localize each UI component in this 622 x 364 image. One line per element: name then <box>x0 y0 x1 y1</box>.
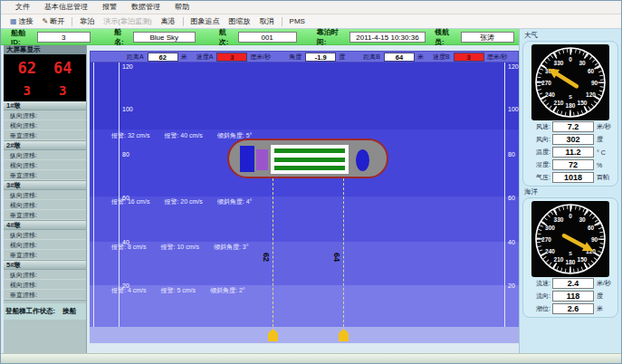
dolphin-group-4: 4#墩 纵向漂移: 横向漂移: 垂直漂移: <box>4 221 86 261</box>
menu-basic-info[interactable]: 基本信息管理 <box>37 1 95 14</box>
measure-line-b <box>343 178 344 331</box>
dolphin-group-title: 2#墩 <box>4 141 86 150</box>
wind-speed-unit: 米/秒 <box>597 122 611 131</box>
weather-panel-title: 大气 <box>524 31 618 40</box>
distance-b-label: 距离B <box>363 53 380 62</box>
lateral-drift-label: 横向漂移: <box>4 120 86 130</box>
gauge-label-30: 30 <box>579 60 586 66</box>
lateral-drift-label: 横向漂移: <box>4 240 86 250</box>
alarm-b-text: 报警: 20 cm/s <box>164 198 202 205</box>
dolphin-group-title: 1#墩 <box>4 101 86 110</box>
weather-panel: 0 30 60 90 120 150 180 210 240 270 300 3… <box>522 41 618 187</box>
ocean-panel: 0 30 60 90 120 150 180 210 240 270 300 3… <box>522 197 618 318</box>
longitudinal-drift-label: 纵向漂移: <box>4 110 86 120</box>
wind-direction-unit: 度 <box>597 135 603 144</box>
lateral-drift-label: 横向漂移: <box>4 200 86 210</box>
big-screen-display-title: 大屏幕显示 <box>4 45 86 54</box>
wind-direction-label: 风向: <box>525 135 550 144</box>
display-speed-b: 3 <box>59 83 66 98</box>
distance-b-value: 64 <box>384 53 415 62</box>
display-distance-b: 64 <box>53 59 72 77</box>
gauge-label-210: 210 <box>554 256 564 263</box>
dolphin-group-title: 5#墩 <box>4 261 86 270</box>
pilot-field[interactable]: 张涛 <box>461 32 514 43</box>
ship-id-label: 船舶ID: <box>11 28 34 46</box>
ship-name-field[interactable]: Blue Sky <box>133 32 196 43</box>
tilt-text: 倾斜角度: 4° <box>217 198 253 205</box>
current-direction-value[interactable]: 118 <box>552 291 594 302</box>
speed-a-unit: 厘米/秒 <box>250 53 271 62</box>
wind-speed-label: 风速: <box>525 122 550 131</box>
gauge-label-180: 180 <box>566 102 576 109</box>
axis-tick: 40 <box>508 239 515 246</box>
current-speed-unit: 米/秒 <box>597 279 611 288</box>
current-direction-unit: 度 <box>597 292 603 301</box>
distance-chart: 120 100 80 60 40 20 120 100 80 60 40 20 <box>90 62 519 343</box>
speed-b-label: 速度B <box>433 53 450 62</box>
tide-level-value[interactable]: 2.6 <box>552 303 594 314</box>
pressure-value[interactable]: 1018 <box>552 172 594 183</box>
ship-id-field[interactable]: 3 <box>37 32 91 43</box>
gauge-label-0: 0 <box>569 56 572 62</box>
toolbar-cancel[interactable]: 取消 <box>255 14 279 28</box>
tilt-text: 倾斜角度: 2° <box>210 287 245 293</box>
temperature-value[interactable]: 11.2 <box>552 147 594 158</box>
gauge-label-330: 330 <box>554 216 564 223</box>
alarm-band-1 <box>90 62 519 129</box>
gauge-label-210: 210 <box>554 100 564 106</box>
alarm-b-text: 报警: 40 cm/s <box>164 132 202 139</box>
cargo-stripe <box>274 158 345 162</box>
voyage-label: 航次: <box>219 27 235 47</box>
vertical-drift-label: 垂直漂移: <box>4 130 86 140</box>
voyage-field[interactable]: 001 <box>238 32 297 43</box>
cargo-stripe <box>274 148 345 153</box>
gauge-label-300: 300 <box>545 225 555 231</box>
toolbar-berth[interactable]: 靠泊 <box>75 14 99 28</box>
berth-time-label: 靠泊时间: <box>317 27 347 47</box>
gauge-label-150: 150 <box>578 256 588 263</box>
temperature-unit: ° C <box>597 149 606 156</box>
axis-tick: 80 <box>122 151 129 158</box>
berth-time-field[interactable]: 2011-4-15 10:30:36 <box>349 32 426 43</box>
menu-file[interactable]: 文件 <box>8 1 37 14</box>
gauge-label-90: 90 <box>591 236 598 243</box>
toolbar-connect-label: 连接 <box>19 14 33 28</box>
speed-b-unit: 厘米/秒 <box>487 53 508 62</box>
tide-level-label: 潮位: <box>525 304 550 313</box>
right-axis <box>504 62 505 327</box>
longitudinal-drift-label: 纵向漂移: <box>4 230 86 240</box>
axis-tick: 20 <box>508 283 515 290</box>
speed-a-value: 3 <box>216 53 247 62</box>
alarm-a-text: 报警: 8 cm/s <box>111 244 147 250</box>
menu-data[interactable]: 数据管理 <box>124 1 167 14</box>
gauge-label-240: 240 <box>545 248 555 254</box>
wind-speed-value[interactable]: 7.2 <box>552 121 594 132</box>
humidity-unit: % <box>597 162 602 168</box>
humidity-value[interactable]: 72 <box>552 159 594 170</box>
toolbar-depart[interactable]: 离港 <box>157 14 180 28</box>
toolbar-pms[interactable]: PMS <box>285 14 310 28</box>
disconnect-icon: ✎ <box>43 18 49 25</box>
wind-direction-value[interactable]: 302 <box>552 134 594 145</box>
gauge-label-90: 90 <box>591 80 598 86</box>
angle-value: -1.9 <box>305 53 336 62</box>
gauge-label-270: 270 <box>541 80 551 86</box>
alarm-threshold-line: 报警: 8 cm/s报警: 10 cm/s倾斜角度: 3° <box>111 243 263 252</box>
menu-help[interactable]: 帮助 <box>167 1 196 14</box>
axis-tick: 60 <box>508 195 515 202</box>
lateral-drift-label: 横向漂移: <box>4 160 86 170</box>
dolphin-group-1: 1#墩 纵向漂移: 横向漂移: 垂直漂移: <box>4 101 86 141</box>
ship-graphic <box>227 139 388 178</box>
angle-unit: 度 <box>339 53 345 62</box>
gauge-label-60: 60 <box>588 68 595 74</box>
toolbar-disconnect[interactable]: ✎ 断开 <box>38 14 70 28</box>
wind-direction-gauge: 0 30 60 90 120 150 180 210 240 270 300 3… <box>531 44 609 120</box>
environment-panel: 大气 0 30 60 90 120 150 1 <box>519 29 621 353</box>
current-speed-value[interactable]: 2.4 <box>552 278 594 289</box>
distance-a-label: 距离A <box>127 53 144 62</box>
angle-label: 角度 <box>289 53 301 62</box>
display-speed-a: 3 <box>24 83 31 98</box>
dolphin-group-2: 2#墩 纵向漂移: 横向漂移: 垂直漂移: <box>4 141 86 181</box>
toolbar-connect[interactable]: ▦ 连接 <box>5 14 38 28</box>
menu-alarm[interactable]: 报警 <box>95 1 124 14</box>
